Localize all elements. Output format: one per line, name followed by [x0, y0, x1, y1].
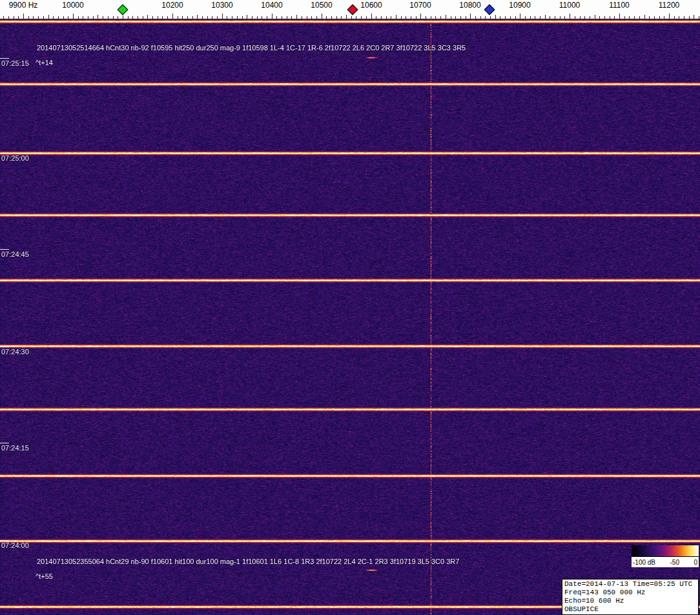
db-scale: -100 dB -50 0: [632, 545, 699, 567]
ruler-tick: [634, 16, 635, 19]
ruler-tick: [262, 16, 262, 19]
ruler-tick: [172, 14, 173, 19]
ruler-tick: [282, 16, 282, 19]
info-station-line: OBSUPICE: [564, 605, 696, 614]
ruler-tick: [222, 14, 223, 19]
ruler-tick: [590, 16, 590, 19]
ruler-tick: [307, 16, 307, 19]
ruler-tick: [391, 16, 391, 19]
ruler-tick: [435, 16, 436, 19]
ruler-tick: [311, 16, 312, 19]
db-max-label: 0: [694, 559, 697, 566]
ruler-tick: [510, 16, 511, 19]
ruler-tick: [192, 16, 193, 19]
ruler-tick: [515, 16, 516, 19]
ruler-tick: [252, 16, 252, 19]
ruler-tick: [108, 16, 108, 19]
ruler-tick: [505, 16, 506, 19]
ruler-tick: [371, 14, 372, 19]
ruler-tick: [336, 16, 337, 19]
ruler-tick: [485, 16, 486, 19]
ruler-tick: [470, 14, 471, 19]
ruler-tick: [18, 16, 19, 19]
ruler-tick: [138, 16, 138, 19]
ruler-tick: [93, 16, 94, 19]
ruler-tick: [564, 16, 565, 19]
ruler-tick: [426, 16, 426, 19]
ruler-tick: [595, 15, 595, 19]
ruler-frequency-label: 10300: [211, 1, 232, 10]
ruler-tick: [530, 16, 531, 19]
ruler-tick: [475, 16, 476, 19]
ruler-tick: [58, 16, 59, 19]
ruler-tick: [38, 16, 39, 19]
ruler-tick: [684, 16, 685, 19]
ruler-tick: [23, 14, 24, 19]
ruler-tick: [257, 16, 258, 19]
ruler-tick: [302, 16, 302, 19]
ruler-tick: [147, 15, 148, 19]
ruler-tick: [649, 16, 650, 19]
ruler-tick: [535, 16, 535, 19]
ruler-tick: [674, 16, 675, 19]
ruler-tick: [143, 16, 143, 19]
db-scale-labels: -100 dB -50 0: [632, 556, 699, 567]
ruler-tick: [98, 15, 98, 19]
ruler-frequency-label: 10500: [311, 1, 332, 10]
ruler-tick: [644, 15, 645, 19]
ruler-tick: [584, 16, 585, 19]
ruler-tick: [3, 16, 4, 19]
ruler-tick: [460, 16, 461, 19]
ruler-tick: [610, 16, 610, 19]
ruler-tick: [28, 16, 29, 19]
ruler-tick: [466, 16, 466, 19]
ruler-tick: [689, 16, 690, 19]
ruler-tick: [500, 16, 500, 19]
ruler-tick: [83, 16, 83, 19]
ruler-tick: [386, 16, 387, 19]
ruler-tick: [232, 16, 232, 19]
ruler-tick: [197, 15, 198, 19]
ruler-frequency-label: 10600: [360, 1, 382, 10]
ruler-tick: [381, 16, 382, 19]
ruler-tick: [604, 16, 605, 19]
time-label: 07:24:45: [1, 250, 29, 258]
ruler-tick: [396, 15, 396, 19]
ruler-tick: [366, 16, 367, 19]
ruler-tick: [619, 14, 620, 19]
ruler-tick: [599, 16, 600, 19]
ruler-tick: [202, 16, 203, 19]
db-gradient-bar: [632, 545, 699, 556]
ruler-tick: [341, 16, 342, 19]
ruler-tick: [446, 15, 446, 19]
ruler-tick: [132, 16, 133, 19]
ruler-tick: [664, 16, 664, 19]
ruler-tick: [669, 14, 670, 19]
ruler-tick: [167, 16, 168, 19]
ruler-tick: [187, 16, 188, 19]
green-marker-diamond-icon[interactable]: [118, 5, 129, 15]
ruler-tick: [33, 16, 34, 19]
time-tick: [0, 443, 9, 443]
blue-marker-diamond-icon[interactable]: [484, 5, 495, 15]
db-mid-label: -50: [670, 559, 679, 566]
detection-annotation-1: 20140713052514664 hCnt30 nb-92 f10595 hi…: [37, 44, 466, 52]
ruler-tick: [520, 14, 520, 19]
ruler-tick: [431, 16, 431, 19]
ruler-tick: [68, 16, 68, 19]
ruler-tick: [182, 16, 183, 19]
ruler-tick: [411, 16, 411, 19]
ruler-tick: [113, 16, 114, 19]
ruler-tick: [158, 16, 158, 19]
time-tick: [0, 58, 9, 59]
ruler-frequency-label: 10000: [62, 1, 83, 10]
ruler-tick: [152, 16, 153, 19]
time-label: 07:24:30: [1, 348, 29, 356]
red-marker-diamond-icon[interactable]: [347, 5, 358, 15]
ruler-tick: [316, 16, 317, 19]
frequency-ruler[interactable]: 9900 Hz100001020010300104001050010600107…: [0, 0, 700, 19]
ruler-tick: [78, 16, 79, 19]
ruler-tick: [247, 15, 247, 19]
ruler-tick: [416, 16, 417, 19]
ruler-tick: [242, 16, 243, 19]
